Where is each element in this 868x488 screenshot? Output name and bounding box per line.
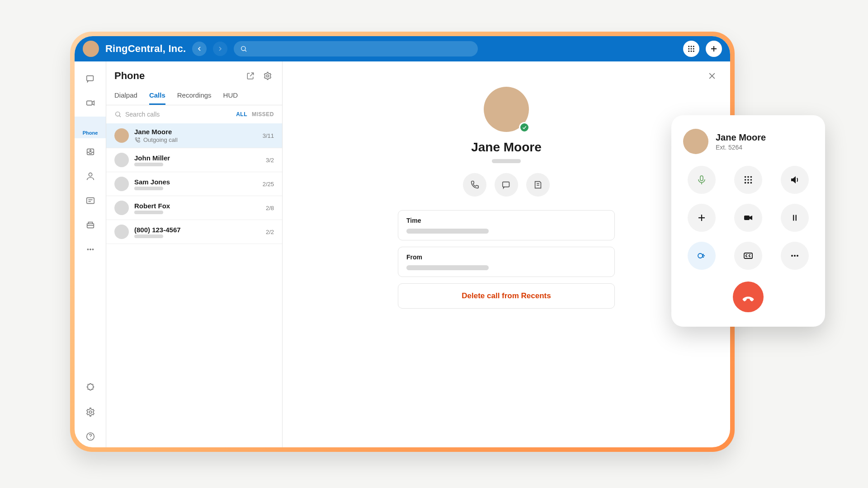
- svg-point-16: [89, 173, 92, 176]
- svg-point-21: [90, 249, 91, 250]
- call-row-avatar: [114, 177, 129, 191]
- call-row-avatar: [114, 201, 129, 215]
- panel-settings-button[interactable]: [261, 70, 274, 82]
- panel-title: Phone: [114, 70, 240, 82]
- call-row-date: 2/8: [266, 205, 274, 211]
- call-row-avatar: [114, 225, 129, 239]
- svg-point-54: [794, 255, 796, 257]
- filter-missed[interactable]: MISSED: [252, 111, 274, 117]
- rail-phone[interactable]: Phone: [75, 117, 106, 138]
- rail-settings[interactable]: [75, 401, 106, 423]
- call-row-avatar: [114, 153, 129, 167]
- svg-point-55: [797, 255, 798, 257]
- phone-icon: [470, 180, 480, 190]
- calls-row[interactable]: Sam Jones2/25: [106, 172, 282, 196]
- hold-button[interactable]: [781, 204, 809, 232]
- fax-icon: [85, 220, 95, 230]
- cc-captions-button[interactable]: [734, 242, 762, 270]
- keypad-button[interactable]: [734, 166, 762, 194]
- note-button[interactable]: [526, 173, 550, 197]
- dialpad-icon: [687, 45, 695, 53]
- tab-recordings[interactable]: Recordings: [177, 87, 212, 105]
- puzzle-icon: [85, 383, 95, 393]
- callcard-avatar: [683, 129, 708, 154]
- svg-point-42: [745, 182, 746, 184]
- svg-rect-31: [503, 182, 509, 187]
- rail-inbox[interactable]: [75, 141, 106, 163]
- call-row-subtitle: [134, 211, 260, 214]
- speaker-button[interactable]: [781, 166, 809, 194]
- plus-icon: [696, 212, 707, 223]
- rail-help[interactable]: [75, 426, 106, 447]
- dialpad-button[interactable]: [683, 41, 699, 57]
- call-button[interactable]: [463, 173, 486, 197]
- dialpad-icon: [743, 175, 753, 185]
- svg-point-0: [241, 47, 245, 51]
- gear-icon: [263, 71, 272, 80]
- calls-row[interactable]: Robert Fox2/8: [106, 196, 282, 220]
- delete-call-button[interactable]: Delete call from Recents: [398, 283, 615, 309]
- callcard-more-button[interactable]: [781, 242, 809, 270]
- info-time: Time: [398, 210, 615, 240]
- calls-row[interactable]: Jane MooreOutgoing call3/11: [106, 123, 282, 148]
- svg-point-22: [92, 249, 94, 250]
- mute-button[interactable]: [688, 166, 716, 194]
- pause-icon: [790, 213, 800, 223]
- calls-row[interactable]: John Miller3/2: [106, 148, 282, 172]
- svg-point-9: [691, 51, 692, 52]
- svg-rect-52: [744, 253, 752, 258]
- close-detail-button[interactable]: [708, 71, 717, 80]
- call-row-name: Robert Fox: [134, 202, 260, 210]
- svg-point-5: [688, 48, 689, 50]
- video-icon: [743, 212, 754, 223]
- calls-search-input[interactable]: Search calls: [114, 111, 231, 118]
- phone-panel: Phone Dialpad Calls Recordings HUD: [106, 61, 283, 447]
- svg-point-10: [693, 51, 694, 52]
- info-time-label: Time: [406, 217, 606, 224]
- chat-icon: [85, 74, 95, 84]
- info-from-label: From: [406, 253, 606, 261]
- svg-point-43: [747, 182, 749, 184]
- main-area: Phone: [75, 61, 730, 447]
- hangup-button[interactable]: [733, 282, 764, 312]
- note-icon: [533, 180, 543, 190]
- avatar-self[interactable]: [83, 41, 99, 57]
- popout-button[interactable]: [244, 70, 257, 82]
- call-row-subtitle: [134, 187, 257, 190]
- svg-point-53: [791, 255, 793, 257]
- rail-apps[interactable]: [75, 377, 106, 399]
- record-button[interactable]: [688, 242, 716, 270]
- tab-dialpad[interactable]: Dialpad: [114, 87, 137, 105]
- rail-fax[interactable]: [75, 214, 106, 236]
- global-search-input[interactable]: [234, 41, 478, 56]
- calls-list: Jane MooreOutgoing call3/11John Miller3/…: [106, 123, 282, 447]
- svg-rect-17: [86, 198, 94, 204]
- info-from: From: [398, 247, 615, 277]
- rail-messages[interactable]: [75, 68, 106, 89]
- new-action-button[interactable]: [706, 41, 722, 57]
- add-call-button[interactable]: [688, 204, 716, 232]
- text-icon: [85, 196, 95, 206]
- rail-video[interactable]: [75, 92, 106, 114]
- rail-contacts[interactable]: [75, 165, 106, 187]
- video-icon: [85, 98, 95, 108]
- tab-hud[interactable]: HUD: [223, 87, 238, 105]
- message-button[interactable]: [495, 173, 518, 197]
- rail-text[interactable]: [75, 190, 106, 211]
- tab-calls[interactable]: Calls: [149, 87, 165, 105]
- video-button[interactable]: [734, 204, 762, 232]
- filter-all[interactable]: ALL: [236, 111, 247, 117]
- call-row-name: (800) 123-4567: [134, 226, 260, 234]
- rail-more[interactable]: [75, 239, 106, 260]
- mic-icon: [696, 174, 707, 185]
- call-row-subtitle: Outgoing call: [134, 136, 257, 143]
- nav-back-button[interactable]: [192, 42, 207, 56]
- outgoing-icon: [134, 137, 141, 143]
- active-call-card[interactable]: Jane Moore Ext. 5264: [671, 115, 825, 327]
- check-icon: [522, 125, 527, 130]
- calls-row[interactable]: (800) 123-45672/2: [106, 220, 282, 244]
- search-icon: [114, 111, 122, 118]
- call-row-date: 3/11: [263, 132, 274, 139]
- call-row-date: 2/2: [266, 229, 274, 235]
- svg-point-4: [693, 46, 694, 47]
